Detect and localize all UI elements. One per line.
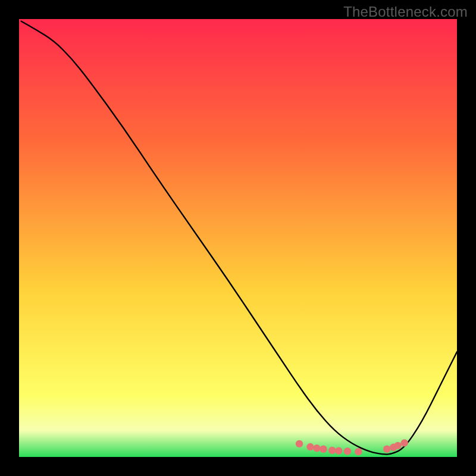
trough-dot bbox=[400, 439, 408, 446]
trough-dot bbox=[296, 440, 303, 447]
trough-dot bbox=[394, 442, 401, 449]
chart-svg bbox=[0, 0, 476, 476]
trough-dot bbox=[328, 447, 336, 454]
chart-root: TheBottleneck.com bbox=[0, 0, 476, 476]
trough-dot bbox=[320, 446, 327, 453]
trough-dot bbox=[313, 444, 320, 452]
trough-dot bbox=[335, 447, 342, 455]
trough-dot bbox=[344, 447, 351, 455]
trough-dot bbox=[306, 443, 314, 450]
trough-dot bbox=[383, 446, 390, 453]
trough-dot bbox=[355, 448, 362, 455]
gradient-background bbox=[19, 19, 457, 457]
